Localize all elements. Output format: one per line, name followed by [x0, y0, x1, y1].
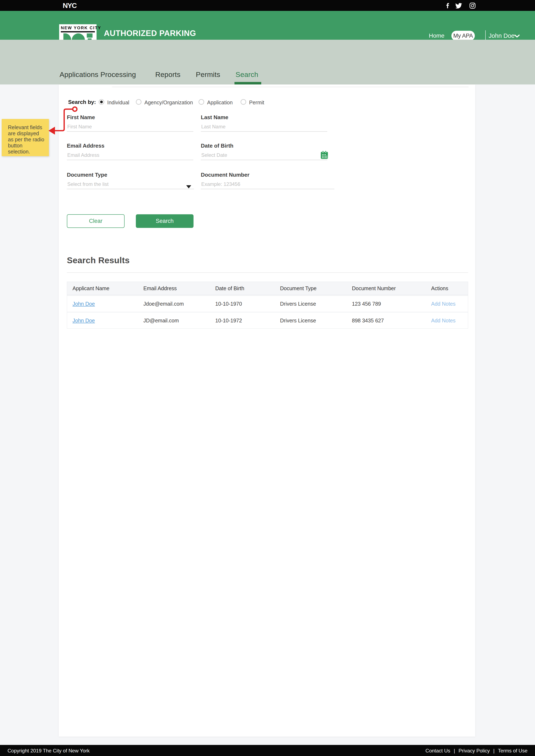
document-type-label: Document Type: [67, 172, 194, 178]
cell-doc-type: Drivers License: [280, 301, 352, 307]
terms-of-use-link[interactable]: Terms of Use: [498, 748, 527, 753]
search-button[interactable]: Search: [136, 214, 193, 228]
date-of-birth-input[interactable]: [201, 152, 327, 160]
calendar-icon[interactable]: [320, 151, 328, 159]
col-document-number: Document Number: [352, 285, 431, 291]
clear-button[interactable]: Clear: [67, 214, 125, 228]
cell-doc-number: 898 3435 627: [352, 318, 431, 324]
document-number-input[interactable]: [201, 181, 334, 189]
user-menu[interactable]: John Doe: [489, 32, 515, 39]
privacy-policy-link[interactable]: Privacy Policy: [459, 748, 490, 753]
panel-top-divider: [112, 87, 468, 87]
footer-separator: |: [454, 748, 455, 753]
contact-us-link[interactable]: Contact Us: [426, 748, 450, 753]
page-title: AUTHORIZED PARKING: [104, 29, 196, 38]
tab-search[interactable]: Search: [236, 71, 258, 79]
footer-separator: |: [493, 748, 494, 753]
radio-application-label[interactable]: Application: [207, 100, 233, 105]
col-actions: Actions: [431, 285, 468, 291]
chevron-down-icon[interactable]: [514, 34, 520, 38]
last-name-input[interactable]: [201, 123, 327, 132]
radio-agency-organization[interactable]: [136, 99, 141, 105]
results-divider: [67, 273, 468, 273]
twitter-icon[interactable]: [455, 2, 462, 9]
footer-links: Contact Us | Privacy Policy | Terms of U…: [426, 748, 527, 754]
document-number-label: Document Number: [201, 172, 334, 178]
cell-doc-type: Drivers License: [280, 318, 352, 324]
top-black-bar: NYC: [0, 0, 535, 11]
radio-permit-label[interactable]: Permit: [249, 100, 264, 105]
tab-permits[interactable]: Permits: [196, 71, 220, 79]
document-type-select[interactable]: [67, 181, 194, 189]
col-applicant-name: Applicant Name: [72, 285, 143, 291]
tab-reports[interactable]: Reports: [155, 71, 180, 79]
instagram-icon[interactable]: [469, 2, 476, 9]
first-name-input[interactable]: [67, 123, 193, 132]
radio-permit[interactable]: [240, 99, 246, 105]
cell-dob: 10-10-1970: [215, 301, 280, 307]
cell-doc-number: 123 456 789: [352, 301, 431, 307]
results-table: Applicant Name Email Address Date of Bir…: [67, 282, 468, 329]
my-apa-button[interactable]: My APA: [451, 31, 475, 41]
home-link[interactable]: Home: [429, 32, 444, 39]
applicant-name-link[interactable]: John Doe: [72, 318, 95, 323]
add-notes-link[interactable]: Add Notes: [431, 318, 456, 323]
table-row: John Doe JD@email.com 10-10-1972 Drivers…: [67, 312, 468, 329]
facebook-icon[interactable]: [444, 2, 451, 9]
applicant-name-link[interactable]: John Doe: [72, 301, 95, 307]
active-tab-underline: [235, 82, 261, 84]
first-name-label: First Name: [67, 114, 193, 121]
annotation-sticky-note: Relevant fields are displayed as per the…: [2, 119, 49, 156]
dropdown-caret-icon[interactable]: [186, 185, 191, 189]
dot-logo-text: NEW YORK CITY: [61, 25, 95, 32]
app-header: NEW YORK CITY AUTHORIZED PARKING Permit …: [0, 11, 535, 40]
last-name-label: Last Name: [201, 114, 327, 121]
add-notes-link[interactable]: Add Notes: [431, 301, 456, 307]
email-label: Email Address: [67, 143, 193, 149]
table-row: John Doe Jdoe@email.com 10-10-1970 Drive…: [67, 295, 468, 312]
cell-email: JD@email.com: [143, 318, 215, 324]
radio-individual[interactable]: [99, 99, 104, 105]
search-results-heading: Search Results: [67, 255, 129, 265]
radio-agency-organization-label[interactable]: Agency/Organization: [144, 100, 193, 105]
annotation-arrow: [45, 104, 80, 137]
footer-bar: Copyright 2019 The City of New York Cont…: [0, 745, 535, 756]
email-input[interactable]: [67, 152, 193, 160]
tab-applications-processing[interactable]: Applications Processing: [60, 71, 136, 79]
col-email-address: Email Address: [143, 285, 215, 291]
content-panel: Search by: Individual Agency/Organizatio…: [59, 84, 475, 737]
copyright-text: Copyright 2019 The City of New York: [8, 748, 90, 754]
nyc-logo: NYC: [63, 1, 76, 10]
cell-email: Jdoe@email.com: [143, 301, 215, 307]
radio-application[interactable]: [199, 99, 204, 105]
date-of-birth-label: Date of Birth: [201, 143, 327, 149]
col-document-type: Document Type: [280, 285, 352, 291]
results-table-header: Applicant Name Email Address Date of Bir…: [67, 282, 468, 295]
cell-dob: 10-10-1972: [215, 318, 280, 324]
col-date-of-birth: Date of Birth: [215, 285, 280, 291]
radio-individual-label[interactable]: Individual: [107, 100, 129, 105]
